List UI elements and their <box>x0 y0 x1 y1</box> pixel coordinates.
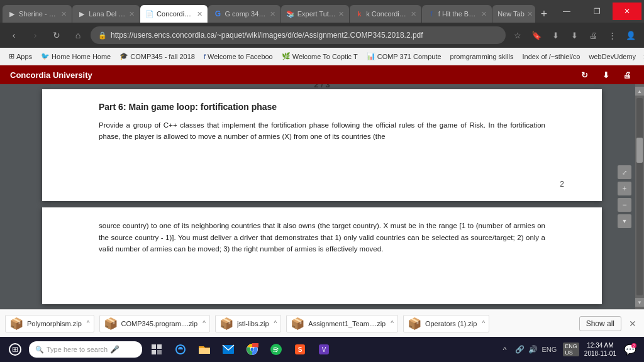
print-icon[interactable]: 🖨 <box>585 27 601 43</box>
spotify-icon[interactable] <box>265 339 287 360</box>
tab-close-4[interactable]: ✕ <box>270 10 275 18</box>
download-item-1[interactable]: 📦 Polymorphism.zip ^ <box>5 315 94 332</box>
dl-caret-3[interactable]: ^ <box>274 320 277 327</box>
bookmark-twitter[interactable]: 🐦 Home Home Home <box>37 51 114 62</box>
bookmark-comp345[interactable]: 🎓 COMP345 - fall 2018 <box>116 51 199 62</box>
another-icon-1[interactable]: S <box>289 339 311 360</box>
network-icon[interactable]: 🔗 <box>514 344 526 355</box>
tab-expert[interactable]: 📚 Expert Tutorin ✕ <box>281 5 350 23</box>
download-item-5[interactable]: 📦 Operators (1).zip ^ <box>403 315 489 332</box>
battery-icon[interactable]: ENG <box>540 344 558 354</box>
bookmark-facebook-welcome[interactable]: f Welcome to Faceboo <box>200 52 277 62</box>
bookmark-index[interactable]: Index of /~sthiel/co <box>518 52 584 62</box>
dl-caret-1[interactable]: ^ <box>87 320 90 327</box>
mail-icon[interactable] <box>218 339 239 360</box>
url-text: https://users.encs.concordia.ca/~paquet/… <box>111 31 498 40</box>
download-item-3[interactable]: 📦 jstl-libs.zip ^ <box>215 315 281 332</box>
pdf-page-2: source country) to one of its neighborin… <box>42 207 602 304</box>
zip-icon-1: 📦 <box>9 317 23 331</box>
back-button[interactable]: ‹ <box>5 26 23 44</box>
dl-caret-5[interactable]: ^ <box>482 320 485 327</box>
print-pdf-icon[interactable]: 🖨 <box>620 68 634 82</box>
zoom-fit-icon[interactable]: ⤢ <box>618 165 631 179</box>
dl-name-3: jstl-libs.zip <box>237 320 269 327</box>
chrome-icon[interactable] <box>242 339 263 360</box>
tab-bar: ▶ Sherine - Hobi ✕ ▶ Lana Del Rey ✕ 📄 Co… <box>0 0 644 23</box>
tab-close-8[interactable]: ✕ <box>527 10 533 18</box>
download-item-2[interactable]: 📦 COMP345.program....zip ^ <box>99 315 210 332</box>
home-button[interactable]: ⌂ <box>69 26 87 44</box>
zoom-controls: ⤢ + − ▼ <box>618 165 631 228</box>
tab-comp345[interactable]: G G comp 345 co ✕ <box>208 5 280 23</box>
downloads-bar: 📦 Polymorphism.zip ^ 📦 COMP345.program..… <box>0 309 644 337</box>
forward-button[interactable]: › <box>26 26 44 44</box>
arrow-down-icon[interactable]: ⬇ <box>566 27 582 43</box>
clock-time: 12:34 AM <box>587 341 613 349</box>
bookmark-star-icon[interactable]: ☆ <box>509 27 526 43</box>
pdf-icon[interactable]: 🔖 <box>528 27 545 43</box>
close-button[interactable]: ✕ <box>613 3 641 20</box>
notification-center[interactable]: 💬 2 <box>621 341 639 358</box>
refresh-site-icon[interactable]: ↻ <box>577 68 591 82</box>
download-item-4[interactable]: 📦 Assignment1_Team....zip ^ <box>286 315 398 332</box>
download-pdf-icon[interactable]: ⬇ <box>599 68 613 82</box>
notification-dot: 2 <box>631 343 636 348</box>
pdf-body-1: Provide a group of C++ classes that impl… <box>99 119 545 143</box>
bookmark-apps[interactable]: ⊞ Apps <box>5 51 36 62</box>
profile-icon[interactable]: 👤 <box>623 27 639 43</box>
url-bar[interactable]: 🔒 https://users.encs.concordia.ca/~paque… <box>91 26 506 44</box>
dl-caret-2[interactable]: ^ <box>203 320 206 327</box>
taskbar-icons: S V <box>146 339 335 360</box>
edge-browser-icon[interactable] <box>170 339 191 360</box>
tab-close-7[interactable]: ✕ <box>481 10 487 18</box>
downloads-close-button[interactable]: ✕ <box>626 319 639 329</box>
taskbar-search[interactable]: 🔍 Type here to search 🎤 <box>29 341 142 358</box>
scroll-down-button[interactable]: ▼ <box>618 214 631 228</box>
zoom-in-button[interactable]: + <box>618 182 631 195</box>
scroll-up-arrow[interactable]: ▲ <box>635 87 644 96</box>
microphone-icon[interactable]: 🎤 <box>110 345 119 354</box>
scroll-thumb[interactable] <box>636 138 643 163</box>
minimize-button[interactable]: — <box>552 3 581 20</box>
tab-sherine[interactable]: ▶ Sherine - Hobi ✕ <box>3 5 72 23</box>
tab-lana[interactable]: ▶ Lana Del Rey ✕ <box>72 5 140 23</box>
tab-favicon-5: 📚 <box>286 9 295 18</box>
language-badge[interactable]: ENGUS <box>563 343 579 356</box>
dl-info-1: Polymorphism.zip <box>27 320 82 327</box>
tab-close-1[interactable]: ✕ <box>61 10 67 18</box>
course-icon: 🎓 <box>119 52 128 60</box>
settings-icon[interactable]: ⋮ <box>604 27 620 43</box>
zoom-out-button[interactable]: − <box>618 198 631 212</box>
scroll-down-arrow[interactable]: ▼ <box>635 298 644 307</box>
clock[interactable]: 12:34 AM 2018-11-01 <box>582 341 619 358</box>
new-tab-button[interactable]: + <box>536 5 552 23</box>
tab-close-5[interactable]: ✕ <box>338 10 344 18</box>
bookmark-programming[interactable]: promgramming skills <box>447 52 518 62</box>
show-all-button[interactable]: Show all <box>579 316 621 331</box>
tab-newtab[interactable]: New Tab ✕ <box>492 5 535 23</box>
another-icon-2[interactable]: V <box>313 339 335 360</box>
tab-concordia-tut[interactable]: k k Concordia Tu ✕ <box>350 5 421 23</box>
file-explorer-icon[interactable] <box>194 339 215 360</box>
task-view-button[interactable] <box>146 339 167 360</box>
dl-caret-4[interactable]: ^ <box>391 320 394 327</box>
tab-close-6[interactable]: ✕ <box>411 10 416 18</box>
volume-icon[interactable]: 🔊 <box>527 344 539 355</box>
reload-button[interactable]: ↻ <box>48 26 65 44</box>
tab-concordia[interactable]: 📄 Concordia Un ✕ <box>140 5 208 23</box>
tab-close-3[interactable]: ✕ <box>197 10 203 18</box>
page-number-1: 2 <box>560 180 564 189</box>
restore-button[interactable]: ❐ <box>582 3 611 20</box>
svg-text:S: S <box>298 346 303 353</box>
scroll-track[interactable] <box>636 98 643 295</box>
dl-name-5: Operators (1).zip <box>425 320 477 327</box>
bookmark-coptic[interactable]: 🌿 Welcome To Coptic T <box>278 51 362 62</box>
bookmark-webdev[interactable]: webDevUdemy <box>585 52 640 62</box>
show-hidden-icons[interactable]: ^ <box>496 341 513 358</box>
tab-close-2[interactable]: ✕ <box>129 10 135 18</box>
pdf-page-1: Part 6: Main game loop: fortification ph… <box>42 89 602 201</box>
bookmark-comp371[interactable]: 📊 COMP 371 Compute <box>363 51 445 62</box>
start-button[interactable]: ⊞ <box>3 337 28 362</box>
download-icon[interactable]: ⬇ <box>547 27 564 43</box>
tab-hitbooks[interactable]: f f Hit the Books ✕ <box>422 5 492 23</box>
